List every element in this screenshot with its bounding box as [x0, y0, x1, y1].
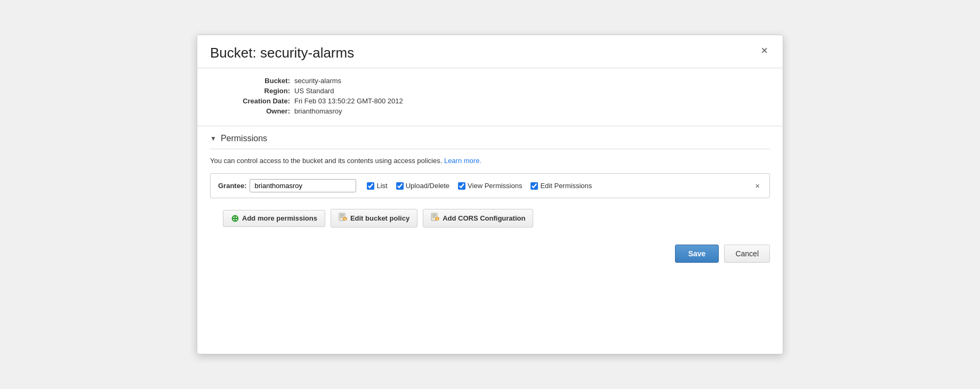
view-permissions-label: View Permissions [468, 182, 522, 190]
region-row: Region: US Standard [231, 87, 770, 95]
learn-more-link[interactable]: Learn more. [444, 157, 481, 165]
dialog-title: Bucket: security-alarms [210, 45, 354, 61]
svg-rect-1 [340, 214, 344, 215]
chevron-down-icon: ▼ [210, 135, 216, 142]
permissions-section: ▼ Permissions You can control access to … [197, 126, 783, 238]
section-header: ▼ Permissions [210, 126, 770, 149]
dialog-footer: Save Cancel [197, 238, 783, 263]
list-checkbox[interactable] [367, 182, 374, 190]
list-checkbox-item[interactable]: List [367, 182, 387, 190]
cancel-button[interactable]: Cancel [724, 245, 770, 263]
permissions-checkboxes: List Upload/Delete View Permissions Edit… [367, 182, 753, 190]
svg-rect-6 [344, 219, 346, 220]
info-section: Bucket: security-alarms Region: US Stand… [197, 68, 783, 126]
grantee-label: Grantee: [218, 182, 246, 190]
document-cors-icon [431, 213, 439, 224]
section-title: Permissions [221, 134, 267, 143]
add-cors-label: Add CORS Configuration [443, 214, 525, 222]
bucket-value: security-alarms [294, 77, 341, 85]
add-permissions-label: Add more permissions [242, 214, 317, 222]
creation-date-row: Creation Date: Fri Feb 03 13:50:22 GMT-8… [231, 97, 770, 105]
creation-date-label: Creation Date: [231, 97, 290, 105]
grantee-input[interactable] [250, 179, 356, 192]
region-value: US Standard [294, 87, 334, 95]
svg-rect-2 [340, 216, 344, 217]
upload-delete-label: Upload/Delete [406, 182, 449, 190]
owner-value: brianthomasroy [294, 107, 342, 115]
svg-rect-8 [432, 214, 436, 215]
owner-row: Owner: brianthomasroy [231, 107, 770, 115]
svg-rect-3 [340, 217, 343, 218]
grantee-row: Grantee: List Upload/Delete View Permiss… [210, 173, 770, 198]
info-table: Bucket: security-alarms Region: US Stand… [231, 77, 770, 115]
edit-permissions-checkbox-item[interactable]: Edit Permissions [531, 182, 592, 190]
save-button[interactable]: Save [675, 245, 719, 263]
permissions-description: You can control access to the bucket and… [210, 157, 770, 165]
svg-rect-9 [432, 216, 436, 217]
add-more-permissions-button[interactable]: ⊕ Add more permissions [223, 210, 325, 227]
edit-permissions-checkbox[interactable] [531, 182, 538, 190]
svg-rect-13 [437, 219, 438, 220]
upload-delete-checkbox[interactable] [396, 182, 404, 190]
grantee-row-close-button[interactable]: × [753, 181, 762, 190]
view-permissions-checkbox-item[interactable]: View Permissions [458, 182, 522, 190]
edit-permissions-label: Edit Permissions [540, 182, 592, 190]
bucket-dialog: Bucket: security-alarms × Bucket: securi… [197, 35, 783, 354]
owner-label: Owner: [231, 107, 290, 115]
edit-bucket-policy-button[interactable]: Edit bucket policy [331, 209, 417, 228]
plus-circle-icon: ⊕ [231, 214, 239, 223]
action-buttons: ⊕ Add more permissions Edit bucket poli [210, 209, 770, 238]
view-permissions-checkbox[interactable] [458, 182, 465, 190]
dialog-header: Bucket: security-alarms × [197, 35, 783, 68]
document-lock-icon [339, 213, 347, 224]
list-label: List [376, 182, 387, 190]
bucket-label: Bucket: [231, 77, 290, 85]
region-label: Region: [231, 87, 290, 95]
creation-date-value: Fri Feb 03 13:50:22 GMT-800 2012 [294, 97, 403, 105]
add-cors-button[interactable]: Add CORS Configuration [423, 209, 533, 228]
svg-rect-10 [432, 217, 435, 218]
edit-bucket-policy-label: Edit bucket policy [350, 214, 409, 222]
bucket-row: Bucket: security-alarms [231, 77, 770, 85]
upload-delete-checkbox-item[interactable]: Upload/Delete [396, 182, 449, 190]
close-button[interactable]: × [759, 45, 770, 56]
